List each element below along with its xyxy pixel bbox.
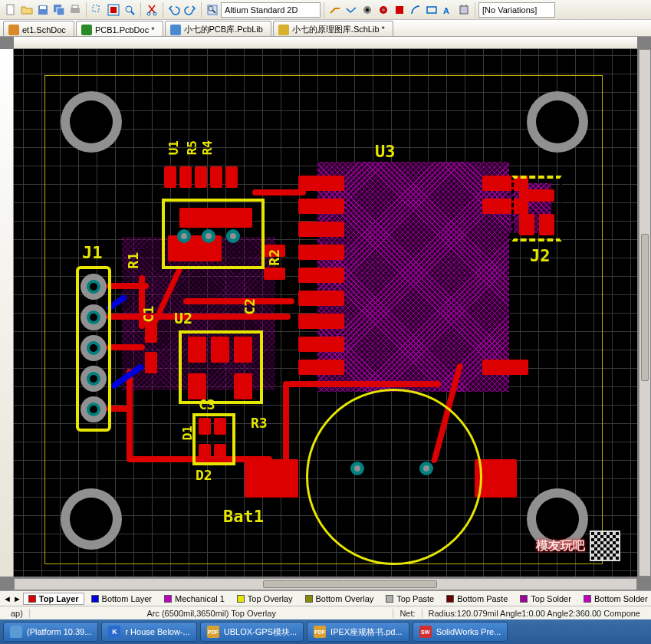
taskbar-item[interactable]: PDFIPEX座规格书.pd... [307,622,409,642]
qr-icon [590,531,620,561]
document-tabs: et1.SchDoc PCB1.PcbDoc * 小七的PCB库.PcbLib … [0,20,651,37]
pad [245,459,298,498]
taskbar-item[interactable]: Kr House Below-... [101,622,196,642]
designator-J1: J1 [82,243,103,262]
view-mode-text: Altium Standard 2D [225,5,298,15]
silk-outline-U2 [179,330,263,404]
layer-tab-mech1[interactable]: Mechanical 1 [159,593,230,605]
silk-outline-J1 [76,266,111,432]
pcb-canvas[interactable]: U3 J2 J1 R1 R2 R3 R4 R5 U1 C1 C2 U2 C3 D… [14,49,637,577]
pad [298,291,344,306]
task-label: SolidWorks Pre... [436,627,501,636]
layer-nav-icon[interactable]: ◄ [3,594,12,603]
svg-rect-24 [460,6,468,14]
print-icon[interactable] [67,2,83,18]
layer-tab-bottom-overlay[interactable]: Bottom Overlay [300,593,380,605]
layer-tab-top[interactable]: Top Layer [23,593,84,605]
place-string-icon[interactable]: A [440,2,455,18]
scrollbar-horizontal[interactable] [14,578,637,590]
trace [107,314,291,320]
designator-C3: C3 [199,396,215,412]
redo-icon[interactable] [182,2,198,18]
designator-U3: U3 [375,142,396,161]
place-rect-icon[interactable] [424,2,439,18]
pad [164,166,176,188]
silk-outline-U1 [162,199,265,269]
doc-tab-label: 小七的PCB库.PcbLib [184,24,263,35]
doc-tab-pcbdoc[interactable]: PCB1.PcbDoc * [76,21,163,36]
place-fill-icon[interactable] [392,2,407,18]
zoom-select-icon[interactable] [122,2,137,18]
layer-label: Bottom Solder [594,594,648,603]
svg-line-11 [131,12,134,15]
silk-outline-bat1 [306,389,482,565]
designator-C1: C1 [140,306,156,323]
place-track-icon[interactable] [327,2,343,18]
view-mode-combo[interactable]: Altium Standard 2D [221,2,321,18]
doc-tab-label: et1.SchDoc [22,25,66,34]
layer-tab-top-paste[interactable]: Top Paste [380,593,439,605]
designator-R4: R4 [200,140,215,155]
pad [298,176,344,191]
mounting-hole [61,91,122,153]
place-component-icon[interactable] [456,2,472,18]
place-line-icon[interactable] [344,2,359,18]
designator-U2: U2 [174,309,192,327]
browse-icon[interactable] [205,2,220,18]
zoom-fit-icon[interactable] [106,2,121,18]
undo-icon[interactable] [166,2,182,18]
zoom-area-icon[interactable] [90,2,105,18]
svg-rect-22 [427,7,436,13]
new-file-icon[interactable] [3,2,18,18]
svg-rect-2 [40,6,46,9]
svg-point-18 [366,8,369,12]
layer-label: Bottom Layer [102,594,152,603]
doc-tab-schlib[interactable]: 小七的原理图库.SchLib * [273,21,393,36]
layer-tab-bottom[interactable]: Bottom Layer [86,593,157,605]
save-icon[interactable] [35,2,51,18]
doc-tab-label: 小七的原理图库.SchLib * [292,24,385,35]
layer-nav-icon[interactable]: ► [13,594,21,603]
pad [298,360,344,375]
taskbar-item[interactable]: PDFUBLOX-GPS模块... [200,622,304,642]
layer-label: Bottom Paste [457,594,508,603]
pad [298,199,344,214]
designator-R2: R2 [266,249,282,266]
editor-area: U3 J2 J1 R1 R2 R3 R4 R5 U1 C1 C2 U2 C3 D… [0,37,651,590]
open-file-icon[interactable] [19,2,35,18]
place-via-icon[interactable] [376,2,391,18]
pad [264,268,285,280]
taskbar-item[interactable]: SWSolidWorks Pre... [413,622,508,642]
place-arc-icon[interactable] [408,2,423,18]
pad [195,166,207,188]
place-pad-icon[interactable] [360,2,375,18]
layer-tab-bottom-solder[interactable]: Bottom Solder [578,593,651,605]
doc-tab-pcblib[interactable]: 小七的PCB库.PcbLib [165,21,271,36]
layer-tab-top-solder[interactable]: Top Solder [515,593,577,605]
windows-taskbar: (Platform 10.39... Kr House Below-... PD… [0,619,651,644]
layer-tab-top-overlay[interactable]: Top Overlay [232,593,298,605]
layer-label: Top Overlay [248,594,293,603]
pad [298,222,344,237]
poly-pour [317,162,509,392]
variations-combo[interactable]: [No Variations] [478,2,555,18]
cut-icon[interactable] [144,2,159,18]
scrollbar-vertical[interactable] [639,49,651,577]
doc-tab-schdoc[interactable]: et1.SchDoc [3,21,74,36]
svg-rect-9 [110,7,117,13]
designator-R5: R5 [185,140,199,155]
designator-R1: R1 [125,252,141,269]
taskbar-item[interactable]: (Platform 10.39... [3,622,98,642]
svg-point-10 [126,6,132,12]
trace [252,189,306,196]
designator-J2: J2 [530,246,551,265]
svg-point-20 [382,8,385,12]
save-all-icon[interactable] [51,2,67,18]
layer-label: Top Paste [396,594,434,603]
status-net: Net: [393,609,422,618]
layer-tab-bottom-paste[interactable]: Bottom Paste [441,593,513,605]
task-label: IPEX座规格书.pd... [330,626,403,638]
layer-label: Top Solder [531,594,571,603]
watermark-text: 模友玩吧 [536,538,585,554]
board-outline: U3 J2 J1 R1 R2 R3 R4 R5 U1 C1 C2 U2 C3 D… [44,75,603,564]
